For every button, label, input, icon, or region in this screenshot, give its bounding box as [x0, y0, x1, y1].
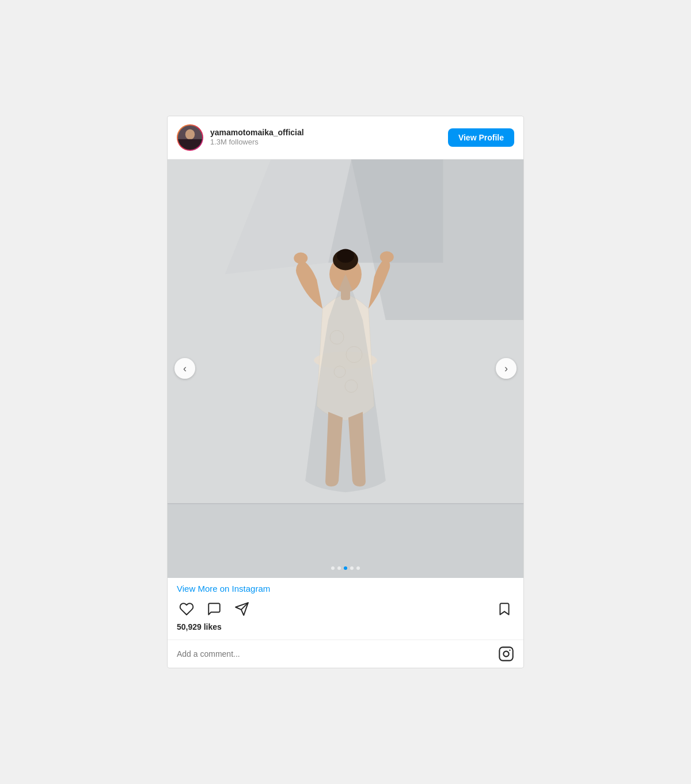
post-image — [168, 159, 523, 579]
svg-point-24 — [503, 652, 508, 657]
post-image-container: ‹ › — [168, 159, 523, 579]
instagram-logo-button[interactable] — [498, 646, 514, 662]
likes-count: 50,929 likes — [177, 622, 514, 631]
dot-3[interactable] — [344, 566, 347, 570]
followers-count: 1.3M followers — [210, 138, 448, 147]
comment-area — [168, 640, 523, 668]
carousel-next-button[interactable]: › — [496, 358, 517, 379]
comment-button[interactable] — [204, 599, 224, 619]
dot-5[interactable] — [356, 566, 360, 570]
view-profile-button[interactable]: View Profile — [448, 128, 514, 147]
post-actions: View More on Instagram — [168, 578, 523, 640]
dot-1[interactable] — [331, 566, 335, 570]
chevron-right-icon: › — [504, 363, 508, 374]
share-icon — [234, 602, 249, 616]
username: yamamotomaika_official — [210, 127, 448, 138]
action-left-group — [177, 599, 252, 619]
instagram-logo-icon — [498, 646, 514, 662]
svg-point-19 — [294, 252, 307, 264]
view-more-link[interactable]: View More on Instagram — [177, 584, 514, 593]
post-header: yamamotomaika_official 1.3M followers Vi… — [168, 116, 523, 159]
bookmark-button[interactable] — [495, 599, 514, 619]
carousel-prev-button[interactable]: ‹ — [174, 358, 195, 379]
dot-2[interactable] — [337, 566, 341, 570]
avatar-ring[interactable] — [177, 124, 203, 151]
profile-info: yamamotomaika_official 1.3M followers — [210, 127, 448, 147]
like-button[interactable] — [177, 599, 196, 619]
heart-icon — [179, 602, 194, 616]
svg-point-18 — [337, 249, 354, 262]
share-button[interactable] — [232, 599, 252, 619]
svg-rect-3 — [178, 139, 202, 149]
bookmark-icon — [497, 602, 512, 616]
carousel-dots — [331, 566, 360, 570]
dot-4[interactable] — [350, 566, 354, 570]
instagram-card: yamamotomaika_official 1.3M followers Vi… — [167, 116, 524, 669]
svg-point-25 — [509, 650, 510, 651]
avatar — [178, 125, 202, 150]
svg-rect-23 — [499, 648, 512, 661]
svg-point-20 — [380, 251, 394, 262]
comment-icon — [207, 602, 222, 616]
chevron-left-icon: ‹ — [183, 363, 187, 374]
svg-point-1 — [185, 129, 195, 139]
action-buttons-row — [177, 599, 514, 619]
comment-input[interactable] — [177, 649, 498, 659]
